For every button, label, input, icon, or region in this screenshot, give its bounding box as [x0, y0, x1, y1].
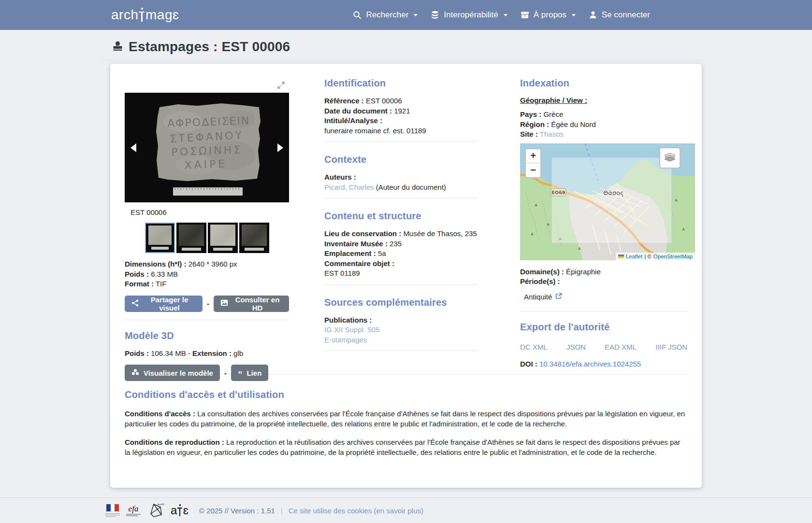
svg-text:EO69: EO69 — [552, 190, 566, 195]
image-caption: EST 00006 — [130, 208, 289, 216]
doi-row: DOI : 10.34816/efa.archives.1024255 — [520, 359, 687, 369]
export-title: Export de l'autorité — [520, 321, 687, 333]
nav-label: À propos — [534, 10, 566, 20]
thumbnail-4[interactable] — [239, 223, 269, 253]
map-layers-control[interactable] — [659, 147, 681, 169]
lieu-row: Lieu de conservation : Musée de Thasos, … — [324, 229, 478, 239]
record-card: ΑΦΡΟΔΕΙΣΕΙΝ ΣΤΕΦΑΝΟΥ ΡΟΣΩΙΝΗΣ ΧΑΙΡΕ EST … — [110, 64, 702, 488]
thumbnail-2[interactable] — [176, 223, 206, 253]
inventaire-row: Inventaire Musée : 235 — [324, 239, 478, 249]
export-iiif-json-link[interactable]: IIIF JSON — [655, 343, 687, 351]
chevron-down-icon — [504, 14, 508, 16]
periode-link-label: Antiquité — [524, 293, 552, 301]
resefe-logo[interactable]: ResEFE — [147, 502, 164, 519]
leaflet-map[interactable]: EO69 Θάσος + − Leaflet | © OpenStreetMap — [520, 143, 695, 260]
aie-logo[interactable]: aɛ — [171, 504, 188, 517]
publication-link-estampages[interactable]: E-stampages — [324, 336, 367, 344]
layers-icon — [664, 151, 676, 165]
doi-link[interactable]: 10.34816/efa.archives.1024255 — [539, 360, 641, 368]
next-arrow-icon[interactable] — [277, 143, 283, 152]
author-link[interactable]: Picard, Charles — [324, 183, 374, 191]
commentaire-value-row: EST 01189 — [324, 269, 478, 279]
sources-section: Sources complémentaires Publications : I… — [324, 297, 478, 352]
intitule-label-row: Intitulé/Analyse : — [324, 116, 478, 126]
model-link-label: Lien — [246, 369, 261, 377]
identification-section: Identification Référence : EST 00006 Dat… — [324, 77, 478, 142]
export-dc-xml-link[interactable]: DC XML — [520, 343, 548, 351]
zoom-out-button[interactable]: − — [526, 163, 540, 177]
copyright-text: © 2025 // Version : 1.51 — [199, 507, 275, 515]
title-divider — [102, 60, 706, 60]
cubes-3d-icon — [131, 368, 139, 377]
publication-link-ig[interactable]: IG XII Suppl. 505 — [324, 325, 379, 334]
navbar: archmagɛ Rechercher Interopérabilité À p… — [0, 0, 812, 30]
logo-text-suffix: magɛ — [145, 7, 179, 23]
zoom-in-button[interactable]: + — [526, 149, 540, 163]
prev-arrow-icon[interactable] — [130, 143, 136, 152]
user-icon — [589, 11, 597, 19]
image-viewer[interactable]: ΑΦΡΟΔΕΙΣΕΙΝ ΣΤΕΦΑΝΟΥ ΡΟΣΩΙΝΗΣ ΧΑΙΡΕ — [125, 93, 289, 202]
french-republic-logo[interactable] — [105, 504, 120, 517]
attribution-separator: | © — [644, 254, 652, 259]
map-attribution: Leaflet | © OpenStreetMap — [616, 253, 695, 260]
svg-text:ResEFE: ResEFE — [158, 503, 164, 506]
nav-menu: Rechercher Interopérabilité À propos Se … — [353, 10, 650, 20]
indexation-column: Indexation Géographie / View : Pays : Gr… — [520, 77, 687, 374]
domaine-row: Domaine(s) : Épigraphie — [520, 267, 687, 277]
efa-logo[interactable]: efa — [126, 505, 141, 516]
thumbnail-3[interactable] — [208, 223, 238, 253]
logo-text-prefix: arch — [111, 7, 138, 23]
site-link[interactable]: Thasos — [540, 130, 564, 138]
svg-text:ΧΑΙΡΕ: ΧΑΙΡΕ — [184, 157, 228, 171]
page-title: Estampages : EST 00006 — [129, 39, 290, 55]
nav-label: Se connecter — [602, 10, 650, 20]
aie-prefix: a — [171, 504, 177, 517]
region-row: Région : Égée du Nord — [520, 120, 687, 130]
view-model-label: Visualiser le modèle — [144, 369, 213, 377]
nav-item-rechercher[interactable]: Rechercher — [353, 10, 418, 20]
ukraine-flag-icon — [618, 254, 624, 258]
nav-label: Rechercher — [366, 10, 408, 20]
consult-hd-label: Consulter en HD — [232, 296, 282, 312]
svg-text:Θάσος: Θάσος — [603, 189, 624, 197]
aie-i-glyph — [177, 504, 183, 517]
nav-item-apropos[interactable]: À propos — [521, 10, 576, 20]
logo-i-glyph — [138, 8, 145, 23]
expand-icon[interactable] — [277, 81, 285, 91]
site-logo[interactable]: archmagɛ — [111, 7, 179, 23]
footer-logos: efa ResEFE aɛ — [105, 502, 188, 519]
consult-hd-button[interactable]: Consulter en HD — [214, 296, 289, 312]
auteur-row: Picard, Charles (Auteur du document) — [324, 183, 478, 193]
commentaire-label-row: Commentaire objet : — [324, 259, 478, 269]
model3d-meta-row: Poids : 106.34 MB - Extension : glb — [125, 349, 289, 359]
nav-item-interoperabilite[interactable]: Interopérabilité — [431, 10, 507, 20]
leaflet-link[interactable]: Leaflet — [626, 254, 643, 259]
indexation-title: Indexation — [520, 77, 687, 89]
share-visual-button[interactable]: Partager le visuel — [125, 296, 203, 312]
thumbnail-1[interactable] — [145, 223, 175, 253]
footer-separator: | — [281, 507, 283, 515]
aie-suffix: ɛ — [183, 504, 188, 517]
efa-logo-text: efa — [129, 505, 139, 512]
model3d-title: Modèle 3D — [125, 330, 289, 341]
contexte-section: Contexte Auteurs : Picard, Charles (Aute… — [324, 154, 478, 198]
intitule-value-row: funeraire romaine cf. est. 01189 — [324, 126, 478, 136]
auteurs-label-row: Auteurs : — [324, 172, 478, 183]
pays-row: Pays : Grèce — [520, 110, 687, 120]
export-ead-xml-link[interactable]: EAD XML — [605, 343, 637, 351]
cookies-link[interactable]: Ce site utilise des cookies (en savoir p… — [289, 507, 423, 515]
periode-link[interactable]: Antiquité — [524, 293, 687, 301]
stamp-icon — [112, 41, 123, 53]
page-head: Estampages : EST 00006 — [112, 40, 812, 54]
model-link-button[interactable]: ” Lien — [231, 365, 268, 381]
view-model-button[interactable]: Visualiser le modèle — [125, 365, 220, 381]
button-separator: - — [207, 299, 209, 308]
left-divider — [125, 320, 289, 320]
openstreetmap-link[interactable]: OpenStreetMap — [653, 254, 693, 259]
date-row: Date du document : 1921 — [324, 106, 478, 116]
nav-item-se-connecter[interactable]: Se connecter — [589, 10, 650, 20]
nav-label: Interopérabilité — [444, 10, 498, 20]
footer: efa ResEFE aɛ © 2025 // Version : 1.51 |… — [0, 497, 812, 523]
export-json-link[interactable]: JSON — [566, 343, 586, 351]
conditions-reproduction-paragraph: Conditions de reproduction : La reproduc… — [125, 437, 687, 457]
